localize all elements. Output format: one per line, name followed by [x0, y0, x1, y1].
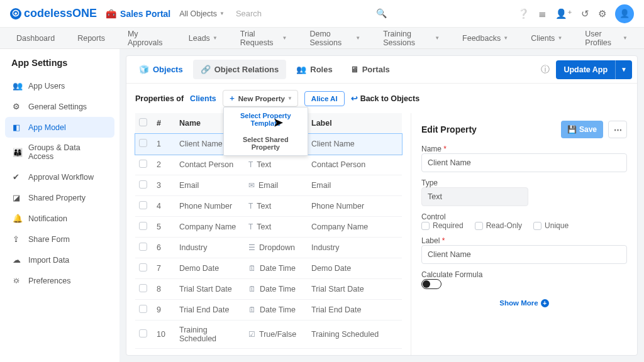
- more-button[interactable]: ⋯: [608, 121, 627, 138]
- history-icon[interactable]: ↺: [581, 8, 589, 19]
- relations-icon: 🔗: [201, 65, 211, 74]
- group-icon: 👨‍👩‍👦: [13, 148, 22, 157]
- settings-sidebar: App Settings 👥App Users ⚙General Setting…: [0, 49, 119, 362]
- dropdown-select-shared[interactable]: Select Shared Property: [224, 131, 308, 155]
- chevron-down-icon: ▼: [213, 35, 218, 41]
- sidebar-item-share-form[interactable]: ⇪Share Form: [5, 229, 114, 250]
- tab-object-relations[interactable]: 🔗Object Relations: [193, 60, 287, 79]
- roles-icon: 👥: [296, 65, 306, 74]
- user-avatar[interactable]: 👤: [615, 4, 634, 23]
- formula-toggle[interactable]: [421, 279, 441, 289]
- new-property-dropdown: Select Property Template Select Shared P…: [223, 107, 308, 156]
- cloud-upload-icon: ☁: [13, 255, 22, 265]
- nav-leads[interactable]: Leads▼: [177, 28, 229, 48]
- search-input[interactable]: [233, 4, 391, 23]
- sidebar-item-app-users[interactable]: 👥App Users: [5, 75, 114, 96]
- main-nav: Dashboard Reports My Approvals Leads▼ Tr…: [0, 28, 644, 49]
- table-row[interactable]: 6Industry☰DropdownIndustry: [135, 238, 402, 258]
- nav-clients[interactable]: Clients▼: [519, 28, 574, 48]
- row-checkbox[interactable]: [139, 329, 147, 337]
- show-more-button[interactable]: Show More+: [421, 299, 627, 307]
- name-input[interactable]: [421, 153, 627, 172]
- save-button[interactable]: 💾Save: [561, 121, 603, 138]
- table-row[interactable]: 2Contact PersonTTextContact Person: [135, 155, 402, 175]
- nav-dashboard[interactable]: Dashboard: [5, 28, 66, 48]
- row-checkbox[interactable]: [139, 305, 147, 313]
- row-number: 7: [153, 258, 175, 279]
- row-label: Trial Start Date: [308, 279, 402, 300]
- global-search[interactable]: 🔍: [233, 4, 391, 23]
- row-number: 10: [153, 321, 175, 349]
- nav-demo-sessions[interactable]: Demo Sessions▼: [298, 28, 372, 48]
- row-name: Phone Number: [175, 196, 245, 217]
- table-row[interactable]: 3Email✉EmailEmail: [135, 175, 402, 196]
- row-checkbox[interactable]: [139, 139, 147, 147]
- chevron-down-icon: ▼: [282, 35, 287, 41]
- row-checkbox[interactable]: [139, 222, 147, 230]
- row-checkbox[interactable]: [139, 263, 147, 272]
- sidebar-item-app-model[interactable]: ◧App Model: [5, 117, 114, 138]
- unique-checkbox[interactable]: Unique: [533, 221, 569, 230]
- row-type: ☰Dropdown: [245, 238, 308, 258]
- select-all-checkbox[interactable]: [139, 118, 147, 126]
- database-icon[interactable]: ≣: [538, 8, 547, 19]
- update-app-button[interactable]: Update App: [556, 60, 615, 79]
- row-name: Email: [175, 175, 245, 196]
- nav-feedbacks[interactable]: Feedbacks▼: [451, 28, 519, 48]
- nav-trial-requests[interactable]: Trial Requests▼: [229, 28, 299, 48]
- edit-property-pane: Edit Property 💾Save ⋯ Name * Type: [411, 113, 637, 355]
- bell-icon: 🔔: [13, 214, 22, 223]
- name-field-label: Name: [421, 145, 441, 153]
- row-checkbox[interactable]: [139, 201, 147, 209]
- properties-object-link[interactable]: Clients: [190, 94, 216, 103]
- new-property-button[interactable]: ＋ New Property ▼ Select Property Templat…: [223, 90, 298, 107]
- table-row[interactable]: 7Demo Date🗓Date TimeDemo Date: [135, 258, 402, 279]
- row-checkbox[interactable]: [139, 284, 147, 292]
- sidebar-title: App Settings: [5, 58, 114, 75]
- readonly-checkbox[interactable]: Read-Only: [475, 221, 522, 230]
- nav-approvals[interactable]: My Approvals: [116, 28, 177, 48]
- row-type: ✉Email: [245, 175, 308, 196]
- info-icon[interactable]: ⓘ: [541, 64, 550, 75]
- table-row[interactable]: 4Phone NumberTTextPhone Number: [135, 196, 402, 217]
- sidebar-item-approval-workflow[interactable]: ✔Approval Workflow: [5, 167, 114, 187]
- row-checkbox[interactable]: [139, 243, 147, 251]
- chevron-down-icon: ▼: [287, 96, 292, 101]
- table-row[interactable]: 5Company NameTTextCompany Name: [135, 217, 402, 238]
- properties-of-label: Properties of: [135, 94, 184, 103]
- row-checkbox[interactable]: [139, 160, 147, 168]
- table-row[interactable]: 10Training Scheduled☑True/FalseTraining …: [135, 321, 402, 349]
- table-row[interactable]: 9Trial End Date🗓Date TimeTrial End Date: [135, 300, 402, 321]
- sidebar-item-import-data[interactable]: ☁Import Data: [5, 250, 114, 270]
- required-checkbox[interactable]: Required: [421, 221, 464, 230]
- brand-logo[interactable]: ⦿ codelessONE: [10, 7, 97, 20]
- update-app-menu-button[interactable]: ▼: [615, 60, 632, 79]
- back-to-objects-button[interactable]: ↩ Back to Objects: [351, 94, 419, 103]
- tab-objects[interactable]: 🧊Objects: [131, 60, 191, 79]
- portal-switcher[interactable]: 🧰 Sales Portal: [106, 9, 170, 19]
- row-number: 1: [153, 134, 175, 155]
- sidebar-item-preferences[interactable]: ⛭Preferences: [5, 270, 114, 291]
- row-checkbox[interactable]: [139, 180, 147, 189]
- add-user-icon[interactable]: 👤⁺: [555, 8, 572, 19]
- nav-user-profiles[interactable]: User Profiles▼: [574, 28, 639, 48]
- sidebar-item-general-settings[interactable]: ⚙General Settings: [5, 96, 114, 117]
- nav-training-sessions[interactable]: Training Sessions▼: [372, 28, 451, 48]
- sidebar-item-shared-property[interactable]: ◪Shared Property: [5, 187, 114, 208]
- sidebar-item-notification[interactable]: 🔔Notification: [5, 208, 114, 229]
- portals-icon: 🖥: [350, 65, 358, 74]
- nav-reports[interactable]: Reports: [66, 28, 116, 48]
- alice-ai-button[interactable]: Alice AI: [304, 91, 345, 106]
- dropdown-select-template[interactable]: Select Property Template: [224, 107, 308, 131]
- tab-portals[interactable]: 🖥Portals: [343, 60, 397, 79]
- chevron-down-icon: ▼: [557, 35, 562, 41]
- row-name: Training Scheduled: [175, 321, 245, 349]
- sidebar-item-groups-data-access[interactable]: 👨‍👩‍👦Groups & Data Access: [5, 138, 114, 167]
- tab-roles[interactable]: 👥Roles: [289, 60, 340, 79]
- label-input[interactable]: [421, 245, 627, 264]
- settings-icon[interactable]: ⚙: [598, 8, 606, 19]
- table-row[interactable]: 8Trial Start Date🗓Date TimeTrial Start D…: [135, 279, 402, 300]
- all-objects-select[interactable]: All Objects ▼: [179, 9, 225, 18]
- help-icon[interactable]: ❔: [518, 8, 530, 19]
- row-type: ☑True/False: [245, 321, 308, 349]
